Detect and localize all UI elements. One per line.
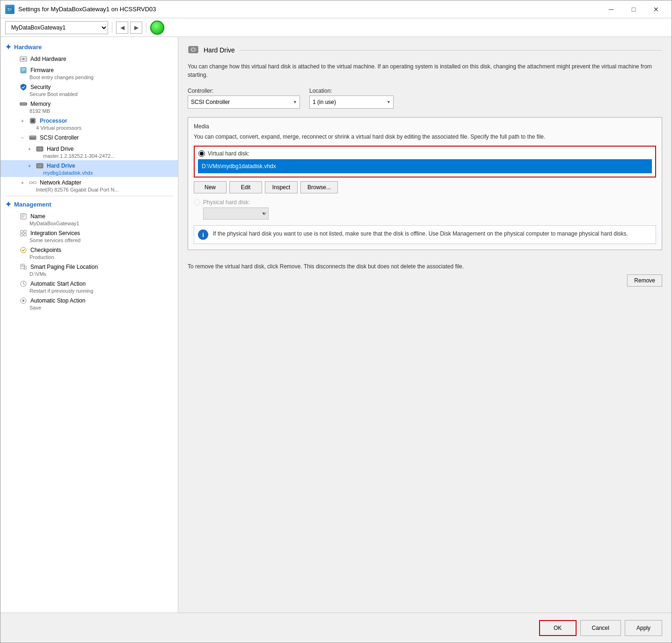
svg-rect-18 [23, 103, 24, 105]
hd2-expand[interactable]: + [26, 163, 33, 169]
power-button[interactable] [150, 21, 164, 35]
hd1-name: Hard Drive [47, 146, 73, 152]
media-description: You can compact, convert, expand, merge,… [194, 133, 656, 141]
sidebar-item-auto-start[interactable]: Automatic Start Action Restart if previo… [0, 278, 178, 295]
sidebar-item-integration[interactable]: Integration Services Some services offer… [0, 228, 178, 244]
vhd-radio-row: Virtual hard disk: [198, 150, 651, 157]
sidebar-item-scsi[interactable]: − SCSI Controller [0, 132, 178, 143]
remove-button[interactable]: Remove [627, 274, 662, 287]
svg-rect-16 [21, 103, 22, 105]
svg-rect-1 [7, 8, 9, 9]
sidebar-item-processor[interactable]: + [0, 115, 178, 132]
vhd-radio[interactable] [198, 150, 205, 157]
auto-stop-sub: Save [29, 305, 173, 310]
phd-radio-label: Physical hard disk: [203, 199, 250, 206]
network-expand[interactable]: + [19, 179, 26, 186]
add-hardware-icon [19, 55, 28, 63]
sidebar-item-add-hardware[interactable]: Add Hardware [0, 53, 178, 65]
sidebar-item-hd1[interactable]: + Hard Drive master.1.2.18252.1-304-2472… [0, 143, 178, 160]
phd-radio-row: Physical hard disk: [194, 199, 656, 206]
controller-label: Controller: [188, 88, 300, 94]
svg-rect-58 [24, 230, 26, 233]
processor-icon [29, 117, 37, 125]
info-icon: i [198, 229, 208, 240]
cancel-button[interactable]: Cancel [580, 620, 621, 636]
vm-selector[interactable]: MyDataBoxGateway1 [5, 21, 108, 34]
svg-rect-51 [33, 182, 36, 184]
location-group: Location: 1 (in use) [309, 88, 394, 109]
svg-point-48 [39, 165, 41, 167]
sidebar-item-hd2[interactable]: + Hard Drive mydbg1datadisk.vhdx [0, 160, 178, 177]
window-title: Settings for MyDataBoxGateway1 on HCSSRV… [18, 6, 156, 13]
svg-line-68 [23, 284, 25, 285]
memory-sub: 8192 MB [29, 108, 173, 114]
phd-dropdown-wrapper [203, 207, 269, 220]
title-bar: Settings for MyDataBoxGateway1 on HCSSRV… [0, 0, 672, 18]
sidebar-item-smart-paging[interactable]: Smart Paging File Location D:\VMs [0, 261, 178, 278]
phd-select [203, 207, 269, 220]
svg-point-73 [192, 49, 195, 51]
svg-point-44 [39, 148, 41, 150]
scsi-collapse[interactable]: − [19, 134, 26, 141]
name-icon [19, 212, 28, 221]
scsi-icon [29, 133, 37, 142]
phd-radio[interactable] [194, 199, 200, 206]
controller-select[interactable]: SCSI Controller [188, 96, 300, 109]
svg-rect-65 [24, 266, 26, 269]
checkpoints-icon [19, 246, 28, 254]
toolbar: MyDataBoxGateway1 ◀ ▶ [0, 18, 672, 37]
back-button[interactable]: ◀ [116, 22, 128, 34]
firmware-icon [19, 66, 28, 74]
processor-expand[interactable]: + [19, 118, 26, 124]
sidebar-item-auto-stop[interactable]: Automatic Stop Action Save [0, 295, 178, 312]
scsi-name: SCSI Controller [40, 134, 79, 141]
sidebar-item-firmware[interactable]: Firmware Boot entry changes pending [0, 65, 178, 81]
processor-name: Processor [40, 118, 67, 124]
svg-rect-64 [22, 266, 23, 266]
vhd-path-input[interactable] [198, 160, 651, 173]
inspect-button[interactable]: Inspect [265, 181, 298, 193]
management-section-header[interactable]: ✦ Management [0, 198, 178, 211]
security-sub: Secure Boot enabled [29, 91, 173, 97]
ok-button[interactable]: OK [539, 620, 577, 636]
svg-rect-60 [24, 234, 26, 236]
phd-select-wrapper [203, 207, 656, 220]
svg-rect-17 [22, 103, 23, 105]
toolbar-separator-2 [146, 22, 146, 33]
sidebar-item-name[interactable]: Name MyDataBoxGateway1 [0, 211, 178, 228]
svg-point-74 [196, 52, 197, 52]
sidebar-divider [5, 196, 173, 196]
media-box: Media You can compact, convert, expand, … [188, 117, 662, 250]
window-controls: ─ □ ✕ [600, 3, 667, 15]
apply-button[interactable]: Apply [625, 620, 662, 636]
hd1-sub: master.1.2.18252.1-304-2472... [43, 153, 173, 159]
auto-start-sub: Restart if previously running [29, 288, 173, 294]
edit-button[interactable]: Edit [229, 181, 262, 193]
checkpoints-sub: Production [29, 254, 173, 260]
close-button[interactable]: ✕ [645, 3, 667, 15]
sidebar-item-network[interactable]: + Network Adapter Intel(R) 82576 Gigabit… [0, 177, 178, 194]
location-select[interactable]: 1 (in use) [309, 96, 394, 109]
hardware-section-header[interactable]: ✦ Hardware [0, 41, 178, 53]
svg-rect-12 [22, 68, 25, 69]
controller-group: Controller: SCSI Controller [188, 88, 300, 109]
media-title: Media [194, 123, 656, 130]
panel-title-separator [240, 50, 662, 51]
svg-rect-14 [22, 71, 24, 71]
hd1-expand[interactable]: + [26, 146, 33, 152]
browse-button[interactable]: Browse... [300, 181, 338, 193]
minimize-button[interactable]: ─ [600, 3, 622, 15]
sidebar-item-checkpoints[interactable]: Checkpoints Production [0, 244, 178, 261]
svg-rect-57 [21, 230, 23, 233]
controller-select-wrapper: SCSI Controller [188, 96, 300, 109]
auto-stop-name: Automatic Stop Action [30, 297, 85, 304]
sidebar-item-memory[interactable]: Memory 8192 MB [0, 98, 178, 115]
location-select-wrapper: 1 (in use) [309, 96, 394, 109]
new-button[interactable]: New [194, 181, 226, 193]
forward-button[interactable]: ▶ [130, 22, 142, 34]
action-buttons-row: New Edit Inspect Browse... [194, 181, 656, 193]
sidebar-item-security[interactable]: Security Secure Boot enabled [0, 81, 178, 98]
integration-sub: Some services offered [29, 237, 173, 243]
auto-start-name: Automatic Start Action [30, 281, 86, 287]
maximize-button[interactable]: □ [623, 3, 644, 15]
